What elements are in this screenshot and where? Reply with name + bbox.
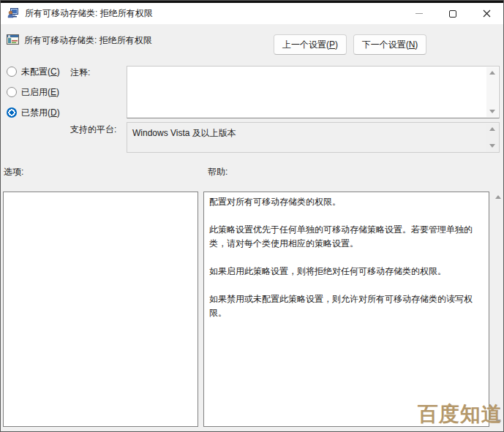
previous-setting-button[interactable]: 上一个设置(P): [274, 34, 347, 55]
comment-label: 注释:: [70, 67, 90, 79]
radio-not-configured-label: 未配置(C): [21, 66, 60, 78]
options-label: 选项:: [4, 166, 23, 178]
previous-setting-label-suffix: ): [335, 39, 338, 50]
scroll-up-icon[interactable]: [495, 195, 501, 199]
maximize-icon: [449, 10, 456, 18]
radio-enabled-label: 已启用(E): [21, 86, 59, 99]
group-policy-user-icon: [7, 7, 19, 22]
radio-disabled[interactable]: 已禁用(D): [7, 107, 60, 118]
policy-title: 所有可移动存储类: 拒绝所有权限: [24, 34, 152, 46]
help-text: 配置对所有可移动存储类的权限。 此策略设置优先于任何单独的可移动存储策略设置。若…: [204, 192, 489, 323]
radio-enabled[interactable]: 已启用(E): [7, 86, 59, 98]
scroll-up-icon[interactable]: [489, 71, 495, 75]
help-panel[interactable]: 配置对所有可移动存储类的权限。 此策略设置优先于任何单独的可移动存储策略设置。若…: [203, 192, 489, 427]
next-setting-accesskey: N: [409, 39, 415, 50]
previous-setting-accesskey: P: [329, 39, 335, 50]
close-button[interactable]: [470, 3, 503, 24]
policy-setting-dialog: 所有可移动存储类: 拒绝所有权限 所有可移动存储类: 拒绝所有权限 上一个设置(: [0, 0, 504, 432]
comment-scrollbar[interactable]: [486, 67, 498, 117]
window-controls: [402, 3, 503, 24]
supported-on-box: Windows Vista 及以上版本: [127, 122, 500, 153]
comment-input[interactable]: [127, 66, 500, 118]
help-scrollbar[interactable]: [492, 192, 504, 427]
next-setting-button[interactable]: 下一个设置(N): [353, 34, 426, 55]
minimize-icon: [415, 13, 423, 14]
minimize-button[interactable]: [402, 3, 436, 24]
previous-setting-label: 上一个设置(: [282, 39, 329, 51]
next-setting-label-suffix: ): [415, 39, 418, 50]
policy-setting-icon: [7, 34, 19, 48]
baidu-zhidao-watermark: 百度知道: [418, 401, 503, 428]
next-setting-label: 下一个设置(: [362, 39, 409, 51]
close-icon: [483, 10, 491, 18]
window-title: 所有可移动存储类: 拒绝所有权限: [25, 3, 153, 24]
supported-on-scrollbar[interactable]: [486, 124, 498, 151]
maximize-button[interactable]: [436, 3, 470, 24]
scroll-down-icon[interactable]: [489, 110, 495, 113]
radio-enabled-circle[interactable]: [7, 87, 17, 97]
options-panel[interactable]: [3, 192, 198, 427]
radio-not-configured[interactable]: 未配置(C): [7, 66, 60, 77]
scroll-down-icon[interactable]: [489, 144, 495, 148]
supported-on-label: 支持的平台:: [70, 124, 116, 136]
radio-not-configured-circle[interactable]: [7, 67, 17, 77]
radio-disabled-label: 已禁用(D): [21, 107, 60, 119]
scroll-up-icon[interactable]: [489, 127, 495, 131]
help-label: 帮助:: [208, 166, 227, 178]
titlebar[interactable]: 所有可移动存储类: 拒绝所有权限: [1, 3, 503, 24]
radio-disabled-circle[interactable]: [7, 107, 17, 118]
supported-on-value: Windows Vista 及以上版本: [132, 127, 236, 140]
